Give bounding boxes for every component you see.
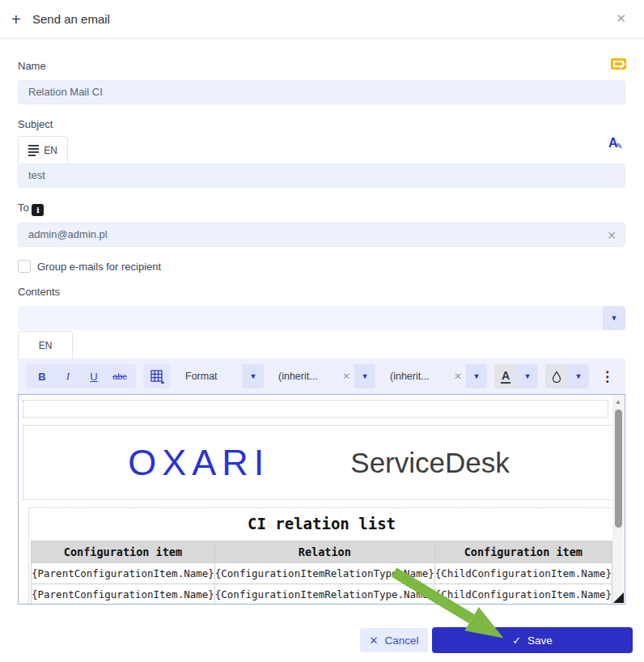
font-family-value: (inherit... <box>271 364 338 388</box>
table-cell: {ParentConfigurationItem.Name} <box>32 563 215 584</box>
droplet-icon <box>545 364 568 388</box>
group-emails-checkbox[interactable] <box>18 260 31 273</box>
to-label: To i <box>18 202 44 216</box>
background-color-dropdown[interactable]: ▼ <box>545 364 589 388</box>
check-icon: ✓ <box>512 634 521 647</box>
translate-icon[interactable]: A✎ <box>608 136 625 151</box>
name-input[interactable]: Relation Mail CI <box>18 80 625 104</box>
table-cell: {ParentConfigurationItem.Name} <box>32 584 215 605</box>
strikethrough-button[interactable]: abc <box>108 364 131 388</box>
email-body-editor[interactable]: OXARI ServiceDesk CI relation list Confi… <box>18 394 625 605</box>
table-row: {ParentConfigurationItem.Name} {Configur… <box>32 563 612 584</box>
clear-size-icon[interactable]: ✕ <box>450 364 466 388</box>
contents-lang-tab-en[interactable]: EN <box>18 331 73 359</box>
col-header: Configuration item <box>32 541 215 563</box>
contents-select-value <box>18 306 603 330</box>
text-color-dropdown[interactable]: A ▼ <box>494 364 538 388</box>
servicedesk-wordmark: ServiceDesk <box>350 447 509 479</box>
editor-toolbar: B I U abc Format ▼ (inherit... ✕ ▼ (inhe… <box>18 359 625 394</box>
format-value: Format <box>178 364 243 388</box>
underline-button[interactable]: U <box>83 364 105 388</box>
save-button[interactable]: ✓ Save <box>432 627 633 653</box>
ci-table-title: CI relation list <box>29 511 614 541</box>
oxari-logo: OXARI <box>128 442 269 484</box>
contents-select[interactable]: ▼ <box>18 306 625 330</box>
format-dropdown[interactable]: Format ▼ <box>178 364 264 388</box>
table-icon <box>150 370 164 384</box>
chevron-down-icon[interactable]: ▼ <box>603 306 625 330</box>
resize-grip-icon[interactable] <box>613 592 624 603</box>
table-cell: {ConfigurationItemRelationType.Name} <box>214 584 434 605</box>
subject-tab-label: EN <box>44 145 57 156</box>
contents-tab-label: EN <box>39 340 53 351</box>
save-label: Save <box>527 634 553 647</box>
subject-input[interactable]: test <box>18 163 625 188</box>
table-cell: {ChildConfigurationItem.Name} <box>434 563 612 584</box>
plus-icon: + <box>11 11 21 29</box>
close-icon[interactable]: ✕ <box>616 11 626 26</box>
cancel-x-icon: ✕ <box>370 634 379 647</box>
text-lines-icon <box>28 143 39 158</box>
cancel-label: Cancel <box>384 634 418 647</box>
insert-table-button[interactable] <box>143 364 171 388</box>
table-cell: {ChildConfigurationItem.Name} <box>434 584 612 605</box>
chevron-down-icon[interactable]: ▼ <box>568 364 589 388</box>
clear-font-icon[interactable]: ✕ <box>338 364 354 388</box>
info-icon[interactable]: i <box>32 204 44 216</box>
subject-lang-tab-en[interactable]: EN <box>18 136 68 164</box>
scroll-up-icon[interactable]: ▲ <box>615 398 621 405</box>
logo-row[interactable]: OXARI ServiceDesk <box>23 425 615 500</box>
editor-scrollbar[interactable]: ▲ <box>612 396 624 605</box>
envelope-icon <box>611 58 626 70</box>
font-size-dropdown[interactable]: (inherit... ✕ ▼ <box>383 364 487 388</box>
text-color-icon: A <box>501 370 511 384</box>
group-emails-label: Group e-mails for recipient <box>37 261 161 273</box>
chevron-down-icon[interactable]: ▼ <box>354 364 375 388</box>
font-family-dropdown[interactable]: (inherit... ✕ ▼ <box>271 364 375 388</box>
col-header: Configuration item <box>434 541 612 563</box>
ci-relation-block[interactable]: CI relation list Configuration item Rela… <box>28 507 615 605</box>
cancel-button[interactable]: ✕ Cancel <box>360 628 428 652</box>
dialog-header: + Send an email ✕ <box>0 0 644 39</box>
scrollbar-thumb[interactable] <box>615 410 622 528</box>
chevron-down-icon[interactable]: ▼ <box>243 364 264 388</box>
clear-to-icon[interactable]: ✕ <box>607 229 616 242</box>
chevron-down-icon[interactable]: ▼ <box>466 364 487 388</box>
dialog-title: Send an email <box>32 12 110 26</box>
empty-content-row[interactable] <box>23 400 608 418</box>
chevron-down-icon[interactable]: ▼ <box>517 364 538 388</box>
table-header-row: Configuration item Relation Configuratio… <box>32 541 612 563</box>
ci-relation-table: Configuration item Relation Configuratio… <box>31 541 612 605</box>
subject-label: Subject <box>18 118 53 130</box>
italic-button[interactable]: I <box>57 364 79 388</box>
more-options-icon[interactable]: ⋮ <box>600 368 617 385</box>
text-style-group: B I U abc <box>26 364 136 388</box>
contents-label: Contents <box>18 286 60 298</box>
table-cell: {ConfigurationItemRelationType.Name} <box>214 563 434 584</box>
bold-button[interactable]: B <box>31 364 53 388</box>
name-label: Name <box>18 60 46 72</box>
to-input[interactable]: admin@admin.pl <box>18 223 625 247</box>
font-size-value: (inherit... <box>383 364 450 388</box>
table-row: {ParentConfigurationItem.Name} {Configur… <box>32 584 612 605</box>
col-header: Relation <box>214 541 434 563</box>
